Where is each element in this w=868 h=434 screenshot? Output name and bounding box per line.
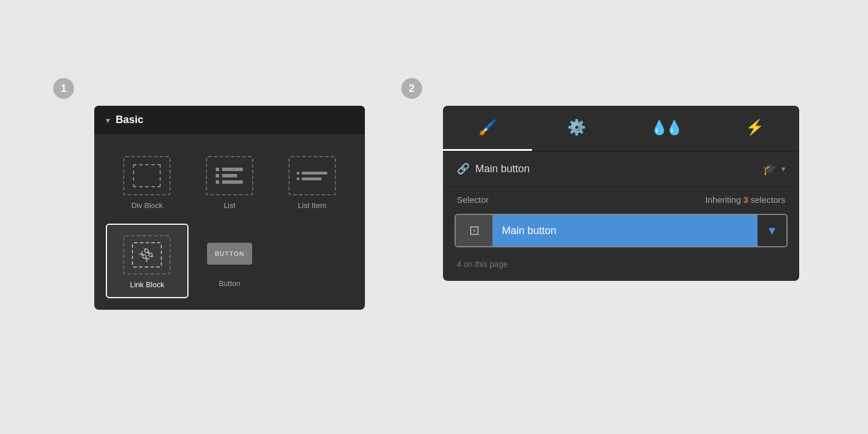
panel1-grid-row1: Div Block <box>94 134 365 224</box>
tab-style[interactable]: 🖌️ <box>443 106 532 151</box>
main-button-left-group: 🔗 Main button <box>457 162 530 175</box>
panel1-header: ▾ Basic <box>94 106 365 134</box>
count-row: 4 on this page <box>443 257 799 281</box>
inheriting-count: 3 <box>743 195 748 205</box>
grid-item-list[interactable]: List <box>189 146 271 218</box>
div-block-label: Div Block <box>131 201 162 210</box>
list-item-label: List Item <box>298 201 326 210</box>
selector-value-text: Main button <box>502 225 556 237</box>
button-inner-icon: BUTTON <box>207 243 252 265</box>
step-badge-2: 2 <box>401 78 422 99</box>
list-item-icon-frame <box>289 156 336 195</box>
badge-label: 2 <box>409 83 415 95</box>
tab-triggers[interactable]: ⚡ <box>710 106 799 151</box>
tab-settings[interactable]: ⚙️ <box>532 106 621 151</box>
selector-icon-box: ⊡ <box>456 215 493 246</box>
list-inner-icon <box>212 164 246 187</box>
panel-1: ▾ Basic Div Block <box>94 106 365 310</box>
panel-2: 🖌️ ⚙️ 💧💧 ⚡ 🔗 Main button 🎓 ▾ Selector In… <box>443 106 799 281</box>
chevron-down-icon[interactable]: ▾ <box>781 164 785 173</box>
main-button-right-group: 🎓 ▾ <box>762 162 785 176</box>
main-button-row: 🔗 Main button 🎓 ▾ <box>443 151 799 187</box>
step-badge-1: 1 <box>53 78 74 99</box>
div-block-inner-icon <box>133 164 161 187</box>
link-block-inner-icon: ⛓ <box>132 242 162 268</box>
inheriting-text: Inheriting 3 selectors <box>706 195 785 205</box>
graduation-cap-icon[interactable]: 🎓 <box>762 162 777 176</box>
panel1-grid-row2: ⛓ Link Block BUTTON Button <box>94 224 365 310</box>
grid-item-empty <box>271 224 353 298</box>
div-block-icon-frame <box>123 156 171 195</box>
collapse-arrow-icon[interactable]: ▾ <box>106 116 110 125</box>
button-label: Button <box>219 279 241 288</box>
lightning-icon: ⚡ <box>745 118 764 136</box>
grid-item-button[interactable]: BUTTON Button <box>189 224 271 298</box>
tab-interactions[interactable]: 💧💧 <box>621 106 710 151</box>
link-block-label: Link Block <box>130 280 164 289</box>
selector-input[interactable]: ⊡ Main button ▼ <box>455 214 788 247</box>
grid-item-list-item[interactable]: List Item <box>271 146 353 218</box>
chain-icon: ⛓ <box>137 245 157 265</box>
inheriting-suffix: selectors <box>748 195 785 205</box>
button-icon-frame: BUTTON <box>206 234 253 273</box>
drops-icon: 💧💧 <box>651 120 681 136</box>
panel1-title: Basic <box>116 114 143 126</box>
selector-value-box: Main button <box>493 215 758 246</box>
selector-page-icon: ⊡ <box>469 223 479 238</box>
count-text: 4 on this page <box>457 259 508 269</box>
link-icon: 🔗 <box>457 162 470 175</box>
list-icon-frame <box>206 156 253 195</box>
grid-item-div-block[interactable]: Div Block <box>106 146 189 218</box>
list-item-inner-icon <box>294 169 330 183</box>
paint-brush-icon: 🖌️ <box>478 118 497 136</box>
inheriting-prefix: Inheriting <box>706 195 744 205</box>
list-label: List <box>224 201 235 210</box>
selector-row: Selector Inheriting 3 selectors <box>443 187 799 210</box>
main-button-text: Main button <box>475 163 530 175</box>
link-block-icon-frame: ⛓ <box>123 235 171 275</box>
gear-icon: ⚙️ <box>567 118 586 136</box>
selector-dropdown-button[interactable]: ▼ <box>758 215 786 246</box>
selector-label: Selector <box>457 195 489 205</box>
grid-item-link-block[interactable]: ⛓ Link Block <box>106 224 189 298</box>
selector-chevron-icon: ▼ <box>766 224 778 238</box>
badge-label: 1 <box>61 83 67 95</box>
button-text-preview: BUTTON <box>215 250 245 257</box>
tab-bar: 🖌️ ⚙️ 💧💧 ⚡ <box>443 106 799 151</box>
